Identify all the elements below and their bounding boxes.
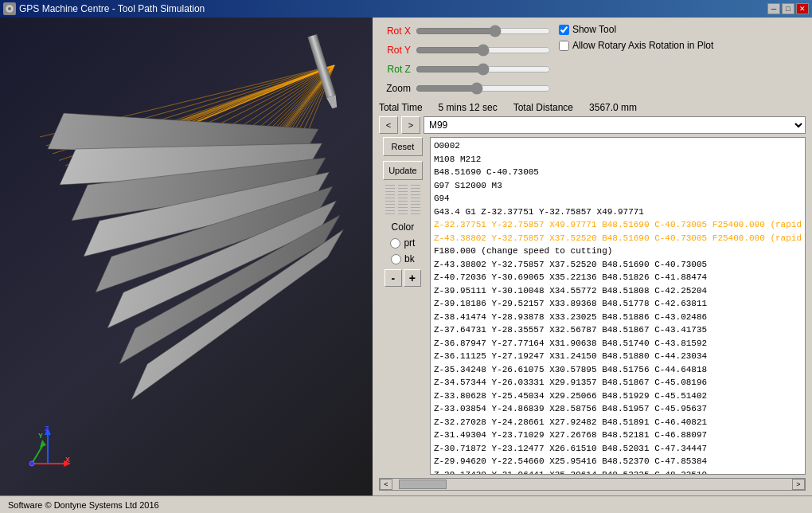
gcode-line[interactable]: Z-32.37751 Y-32.75857 X49.97771 B48.5169…: [434, 218, 802, 232]
sliders-and-checks: Rot X Rot Y Rot Z Zoom: [379, 22, 806, 97]
minimize-button[interactable]: ─: [767, 3, 780, 14]
restore-button[interactable]: □: [782, 3, 794, 14]
rot-z-row: Rot Z: [379, 61, 551, 78]
viewport-3d[interactable]: X Y Z: [0, 18, 373, 495]
svg-point-8: [29, 461, 34, 466]
gcode-line[interactable]: Z-39.95111 Y-30.10048 X34.55772 B48.5180…: [434, 284, 802, 298]
gcode-line[interactable]: Z-33.03854 Y-24.86839 X28.58756 B48.5195…: [434, 402, 802, 416]
reset-button[interactable]: Reset: [383, 137, 423, 156]
rot-z-label: Rot Z: [379, 64, 411, 75]
gcode-select[interactable]: M99: [424, 116, 806, 134]
total-distance-label: Total Distance: [513, 102, 573, 113]
zoom-slider[interactable]: [416, 81, 551, 96]
show-tool-checkbox[interactable]: [559, 25, 569, 35]
zoom-label: Zoom: [379, 83, 411, 94]
right-panel: Rot X Rot Y Rot Z Zoom: [373, 18, 812, 495]
svg-marker-7: [40, 440, 46, 448]
show-tool-label: Show Tool: [572, 24, 616, 35]
plus-button[interactable]: +: [404, 269, 421, 287]
gcode-line[interactable]: Z-36.87947 Y-27.77164 X31.90638 B48.5174…: [434, 337, 802, 350]
grip-icons: [385, 185, 420, 217]
gcode-line[interactable]: Z-43.38802 Y-32.75857 X37.52520 B48.5169…: [434, 232, 802, 245]
horizontal-scrollbar[interactable]: < >: [379, 478, 806, 491]
total-distance-value: 3567.0 mm: [589, 102, 637, 113]
gcode-line[interactable]: B48.51690 C-40.73005: [434, 166, 802, 179]
gcode-line[interactable]: G43.4 G1 Z-32.37751 Y-32.75857 X49.97771: [434, 206, 802, 219]
grip-2: [398, 185, 408, 217]
svg-text:Z: Z: [45, 425, 49, 433]
total-time-value: 5 mins 12 sec: [439, 102, 498, 113]
gcode-list[interactable]: O0002M108 M212B48.51690 C-40.73005G97 S1…: [430, 137, 806, 475]
gcode-line[interactable]: Z-38.41474 Y-28.93878 X33.23025 B48.5188…: [434, 311, 802, 324]
bk-radio-row[interactable]: bk: [391, 253, 415, 264]
show-tool-checkbox-row[interactable]: Show Tool: [559, 24, 713, 35]
scroll-left-button[interactable]: <: [380, 479, 392, 490]
window-title: GPS Machine Centre - Tool Path Simulatio…: [19, 3, 205, 14]
gcode-line[interactable]: Z-35.34248 Y-26.61075 X30.57895 B48.5175…: [434, 363, 802, 377]
rot-x-label: Rot X: [379, 25, 411, 37]
svg-text:Y: Y: [38, 432, 43, 440]
rot-x-slider[interactable]: [416, 24, 551, 38]
allow-rotary-checkbox[interactable]: [559, 41, 569, 51]
nav-row: < > M99: [379, 116, 806, 134]
scroll-thumb[interactable]: [399, 480, 447, 489]
total-time-label: Total Time: [379, 102, 423, 113]
svg-text:X: X: [65, 456, 70, 464]
zoom-row: Zoom: [379, 80, 551, 97]
prt-label: prt: [404, 237, 415, 249]
rot-y-row: Rot Y: [379, 41, 551, 59]
rot-x-row: Rot X: [379, 22, 551, 40]
gcode-line[interactable]: G94: [434, 192, 802, 206]
gcode-line[interactable]: Z-36.11125 Y-27.19247 X31.24150 B48.5188…: [434, 350, 802, 363]
gcode-line[interactable]: Z-31.49304 Y-23.71029 X27.26768 B48.5218…: [434, 429, 802, 442]
gcode-line[interactable]: G97 S12000 M3: [434, 179, 802, 193]
gcode-line[interactable]: Z-39.18186 Y-29.52157 X33.89368 B48.5177…: [434, 297, 802, 311]
axes-indicator: X Y Z: [24, 424, 72, 472]
app-icon: [3, 2, 16, 15]
prev-button[interactable]: <: [379, 116, 398, 134]
gcode-line[interactable]: F180.000 (change speed to cutting): [434, 245, 802, 258]
rot-y-slider[interactable]: [416, 43, 551, 57]
allow-rotary-label: Allow Rotary Axis Rotation in Plot: [572, 40, 713, 51]
prt-radio[interactable]: [390, 238, 400, 249]
gcode-line[interactable]: Z-37.64731 Y-28.35557 X32.56787 B48.5186…: [434, 323, 802, 337]
next-button[interactable]: >: [401, 116, 420, 134]
gcode-line[interactable]: Z-32.27028 Y-24.28661 X27.92482 B48.5189…: [434, 416, 802, 429]
gcode-line[interactable]: Z-34.57344 Y-26.03331 X29.91357 B48.5186…: [434, 376, 802, 390]
scroll-right-button[interactable]: >: [792, 479, 805, 490]
gcode-line[interactable]: Z-30.71872 Y-23.12477 X26.61510 B48.5203…: [434, 442, 802, 456]
gcode-line[interactable]: Z-29.17430 Y-21.96441 X25.29614 B48.5222…: [434, 468, 802, 476]
title-bar-controls: ─ □ ✕: [767, 3, 809, 14]
update-button[interactable]: Update: [383, 161, 423, 180]
gcode-line[interactable]: M108 M212: [434, 153, 802, 166]
gcode-line[interactable]: O0002: [434, 139, 802, 153]
title-bar-left: GPS Machine Centre - Tool Path Simulatio…: [3, 2, 205, 15]
info-row: Total Time 5 mins 12 sec Total Distance …: [379, 102, 806, 113]
gcode-area: Reset Update Color prt bk -: [379, 137, 806, 475]
bk-radio[interactable]: [391, 254, 401, 264]
close-button[interactable]: ✕: [796, 3, 809, 14]
gcode-controls: Reset Update Color prt bk -: [379, 137, 427, 475]
gcode-line[interactable]: Z-29.94620 Y-22.54660 X25.95416 B48.5237…: [434, 455, 802, 468]
grip-1: [385, 185, 395, 217]
minus-button[interactable]: -: [385, 269, 402, 287]
bk-label: bk: [404, 253, 415, 264]
plus-minus-controls: - +: [385, 269, 421, 287]
status-text: Software © Dontyne Systems Ltd 2016: [8, 500, 159, 510]
allow-rotary-checkbox-row[interactable]: Allow Rotary Axis Rotation in Plot: [559, 40, 713, 51]
title-bar: GPS Machine Centre - Tool Path Simulatio…: [0, 0, 812, 18]
status-bar: Software © Dontyne Systems Ltd 2016: [0, 495, 812, 513]
main-container: X Y Z Rot X Rot Y Rot Z: [0, 18, 812, 495]
rot-z-slider[interactable]: [416, 62, 551, 76]
sliders-col: Rot X Rot Y Rot Z Zoom: [379, 22, 551, 97]
gcode-line[interactable]: Z-43.38802 Y-32.75857 X37.52520 B48.5169…: [434, 258, 802, 272]
svg-point-1: [8, 7, 11, 10]
rot-y-label: Rot Y: [379, 45, 411, 56]
grip-3: [411, 185, 420, 217]
color-label: Color: [392, 221, 415, 233]
gcode-line[interactable]: Z-33.80628 Y-25.45034 X29.25066 B48.5192…: [434, 390, 802, 403]
prt-radio-row[interactable]: prt: [390, 237, 415, 249]
checks-col: Show Tool Allow Rotary Axis Rotation in …: [559, 22, 713, 51]
gcode-line[interactable]: Z-40.72036 Y-30.69065 X35.22136 B48.5182…: [434, 271, 802, 284]
